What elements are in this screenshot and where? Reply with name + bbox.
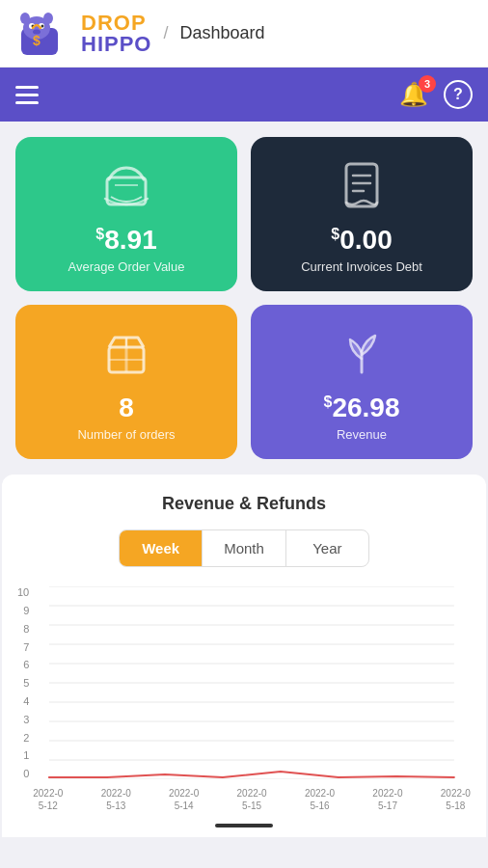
y-label-9: 9 bbox=[23, 605, 29, 616]
y-label-2: 2 bbox=[23, 732, 29, 744]
nav-bar: 🔔 3 ? bbox=[0, 68, 488, 122]
x-label-0: 2022-05-12 bbox=[33, 787, 63, 812]
shopping-bag-icon bbox=[101, 160, 151, 218]
help-label: ? bbox=[453, 86, 463, 103]
help-button[interactable]: ? bbox=[444, 80, 473, 109]
invoice-icon bbox=[337, 160, 387, 218]
breadcrumb-page: Dashboard bbox=[179, 23, 264, 43]
num-orders-value: 8 bbox=[119, 393, 134, 423]
hamburger-menu-button[interactable] bbox=[15, 86, 39, 104]
stat-card-avg-order: $8.91 Average Order Value bbox=[15, 137, 237, 291]
y-label-10: 10 bbox=[17, 586, 29, 598]
invoices-debt-label: Current Invoices Debt bbox=[301, 259, 422, 274]
breadcrumb-separator: / bbox=[163, 23, 168, 43]
y-label-0: 0 bbox=[23, 768, 29, 779]
notification-button[interactable]: 🔔 3 bbox=[399, 81, 428, 108]
chart-section: Revenue & Refunds Week Month Year 10 9 8… bbox=[2, 475, 486, 837]
x-label-6: 2022-05-18 bbox=[441, 787, 471, 812]
avg-order-value: $8.91 bbox=[95, 226, 156, 256]
stat-card-revenue: $26.98 Revenue bbox=[251, 305, 473, 459]
svg-text:$: $ bbox=[33, 33, 41, 48]
avg-order-label: Average Order Value bbox=[68, 259, 185, 274]
y-label-6: 6 bbox=[23, 659, 29, 670]
y-label-7: 7 bbox=[23, 641, 29, 653]
logo-text-drop: DROP bbox=[81, 13, 151, 34]
num-orders-label: Number of orders bbox=[77, 427, 175, 442]
top-header: $ DROP HIPPO / Dashboard bbox=[0, 0, 488, 68]
stat-card-invoices: $0.00 Current Invoices Debt bbox=[251, 137, 473, 291]
revenue-label: Revenue bbox=[337, 427, 387, 442]
logo-area: $ DROP HIPPO / Dashboard bbox=[15, 9, 265, 59]
y-label-5: 5 bbox=[23, 677, 29, 689]
svg-point-2 bbox=[20, 13, 30, 24]
scroll-bar bbox=[215, 824, 273, 827]
chart-container: 10 9 8 7 6 5 4 3 2 1 0 bbox=[17, 586, 471, 812]
logo-icon: $ bbox=[15, 9, 73, 59]
stats-grid: $8.91 Average Order Value $0.00 Current … bbox=[2, 123, 486, 473]
plant-icon bbox=[337, 328, 387, 386]
revenue-line bbox=[49, 772, 454, 777]
y-label-8: 8 bbox=[23, 623, 29, 635]
x-label-2: 2022-05-14 bbox=[169, 787, 199, 812]
x-axis-labels: 2022-05-12 2022-05-13 2022-05-14 2022-05… bbox=[33, 783, 471, 812]
chart-plot: 2022-05-12 2022-05-13 2022-05-14 2022-05… bbox=[33, 586, 471, 812]
scroll-indicator bbox=[17, 824, 471, 827]
svg-rect-10 bbox=[107, 177, 146, 204]
nav-right-actions: 🔔 3 ? bbox=[399, 80, 473, 109]
notification-badge: 3 bbox=[419, 75, 436, 93]
x-label-3: 2022-05-15 bbox=[237, 787, 267, 812]
y-label-1: 1 bbox=[23, 749, 29, 761]
svg-point-7 bbox=[41, 24, 44, 27]
chart-title: Revenue & Refunds bbox=[17, 494, 471, 514]
logo-text-hippo: HIPPO bbox=[81, 34, 151, 55]
time-range-tabs: Week Month Year bbox=[119, 529, 369, 567]
chart-svg bbox=[33, 586, 471, 779]
y-label-4: 4 bbox=[23, 695, 29, 707]
tab-week[interactable]: Week bbox=[120, 530, 203, 566]
tab-year[interactable]: Year bbox=[286, 530, 368, 566]
x-label-1: 2022-05-13 bbox=[101, 787, 131, 812]
y-label-3: 3 bbox=[23, 714, 29, 725]
revenue-value: $26.98 bbox=[324, 393, 400, 423]
invoices-debt-value: $0.00 bbox=[331, 226, 392, 256]
tab-month[interactable]: Month bbox=[203, 530, 285, 566]
y-axis-labels: 10 9 8 7 6 5 4 3 2 1 0 bbox=[17, 586, 33, 779]
svg-point-3 bbox=[43, 13, 53, 24]
x-label-4: 2022-05-16 bbox=[305, 787, 335, 812]
x-label-5: 2022-05-17 bbox=[372, 787, 402, 812]
stat-card-orders: 8 Number of orders bbox=[15, 305, 237, 459]
box-icon bbox=[101, 328, 151, 386]
